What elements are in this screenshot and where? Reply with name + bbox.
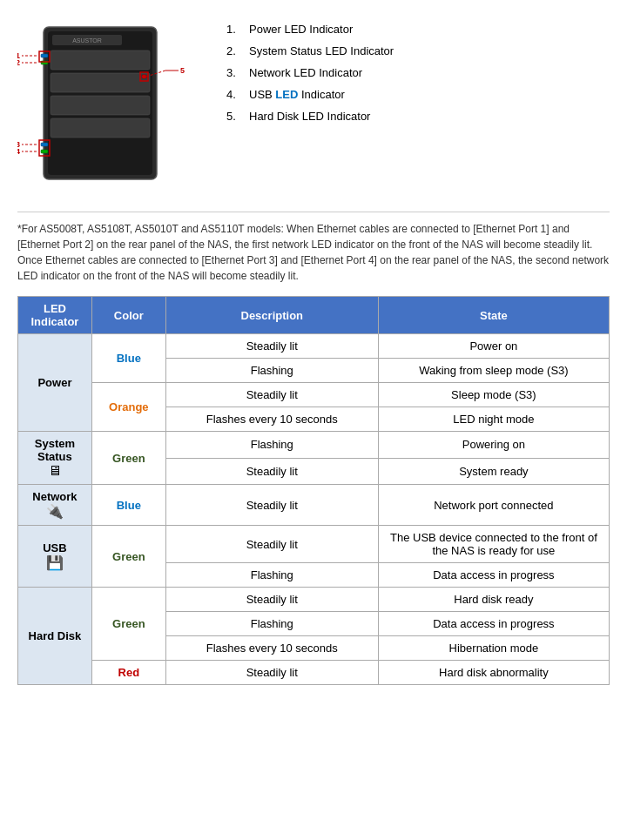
table-header-row: LEDIndicator Color Description State [18,297,610,334]
legend-num-3: 3. [226,66,242,79]
legend-num-4: 4. [226,88,242,101]
desc-steadily-lit-6: Steadily lit [165,588,378,612]
state-waking-sleep: Waking from sleep mode (S3) [378,359,609,383]
desc-flashing-1: Flashing [165,359,378,383]
svg-rect-7 [51,118,150,138]
th-description: Description [165,297,378,334]
table-row: Red Steadily lit Hard disk abnormality [18,661,610,685]
state-system-ready: System ready [378,458,609,485]
legend-item-1: 1. Power LED Indicator [226,23,394,36]
indicator-system-status: SystemStatus🖥 [18,432,92,485]
desc-steadily-lit-7: Steadily lit [165,661,378,685]
color-green-hdd: Green [91,588,165,661]
desc-steadily-lit-1: Steadily lit [165,334,378,359]
state-data-access-2: Data access in progress [378,612,609,636]
table-row: USB💾 Green Steadily lit The USB device c… [18,526,610,563]
svg-text:2: 2 [17,58,20,67]
legend-label-1: Power LED Indicator [249,23,353,36]
top-section: ASUSTOR 1 2 3 [17,14,610,199]
desc-flashing-2: Flashing [165,432,378,459]
legend-label-5: Hard Disk LED Indicator [249,110,370,123]
svg-rect-12 [142,75,146,78]
legend-led-text: LED [275,88,298,101]
desc-steadily-lit-2: Steadily lit [165,383,378,407]
desc-steadily-lit-5: Steadily lit [165,526,378,563]
desc-flashes-10s-2: Flashes every 10 seconds [165,636,378,661]
state-network-port: Network port connected [378,485,609,526]
legend-num-2: 2. [226,44,242,57]
indicator-hard-disk: Hard Disk [18,588,92,685]
state-led-night-mode: LED night mode [378,407,609,432]
state-power-on: Power on [378,334,609,359]
indicator-usb: USB💾 [18,526,92,588]
state-hibernation: Hibernation mode [378,636,609,661]
state-hdd-abnormality: Hard disk abnormality [378,661,609,685]
state-powering-on: Powering on [378,432,609,459]
desc-flashing-3: Flashing [165,563,378,588]
desc-flashing-4: Flashing [165,612,378,636]
color-blue-power: Blue [91,334,165,383]
th-state: State [378,297,609,334]
svg-text:4: 4 [17,147,20,156]
svg-rect-5 [51,73,150,92]
table-row: Hard Disk Green Steadily lit Hard disk r… [18,588,610,612]
nas-diagram: ASUSTOR 1 2 3 [17,14,209,197]
legend-item-2: 2. System Status LED Indicator [226,44,394,57]
note-text: *For AS5008T, AS5108T, AS5010T and AS511… [17,212,610,284]
legend-list-wrap: 1. Power LED Indicator 2. System Status … [226,14,394,199]
svg-rect-6 [51,96,150,115]
color-red-hdd: Red [91,661,165,685]
svg-rect-4 [51,50,150,70]
legend-item-5: 5. Hard Disk LED Indicator [226,110,394,123]
desc-flashes-10s-1: Flashes every 10 seconds [165,407,378,432]
legend-num-5: 5. [226,110,242,123]
th-indicator: LEDIndicator [18,297,92,334]
led-table: LEDIndicator Color Description State Pow… [17,296,610,685]
desc-steadily-lit-3: Steadily lit [165,458,378,485]
device-image: ASUSTOR 1 2 3 [17,14,209,199]
svg-rect-8 [41,54,48,57]
state-data-access-1: Data access in progress [378,563,609,588]
legend-label-2: System Status LED Indicator [249,44,394,57]
svg-rect-10 [41,143,48,146]
table-row: Power Blue Steadily lit Power on [18,334,610,359]
color-green-usb: Green [91,526,165,588]
th-color: Color [91,297,165,334]
table-row: Network🔌 Blue Steadily lit Network port … [18,485,610,526]
svg-rect-11 [41,150,48,153]
legend-label-4: USB LED Indicator [249,88,345,101]
table-row: SystemStatus🖥 Green Flashing Powering on [18,432,610,459]
table-row: Orange Steadily lit Sleep mode (S3) [18,383,610,407]
legend-num-1: 1. [226,23,242,36]
legend-label-3: Network LED Indicator [249,66,362,79]
desc-steadily-lit-4: Steadily lit [165,485,378,526]
color-orange-power: Orange [91,383,165,432]
state-usb-ready: The USB device connected to the front of… [378,526,609,563]
svg-text:5: 5 [180,66,185,75]
legend-item-3: 3. Network LED Indicator [226,66,394,79]
state-sleep-mode: Sleep mode (S3) [378,383,609,407]
legend-item-4: 4. USB LED Indicator [226,88,394,101]
indicator-network: Network🔌 [18,485,92,526]
color-green-system: Green [91,432,165,485]
indicator-power: Power [18,334,92,432]
color-blue-network: Blue [91,485,165,526]
svg-text:ASUSTOR: ASUSTOR [72,37,102,44]
state-hard-disk-ready: Hard disk ready [378,588,609,612]
